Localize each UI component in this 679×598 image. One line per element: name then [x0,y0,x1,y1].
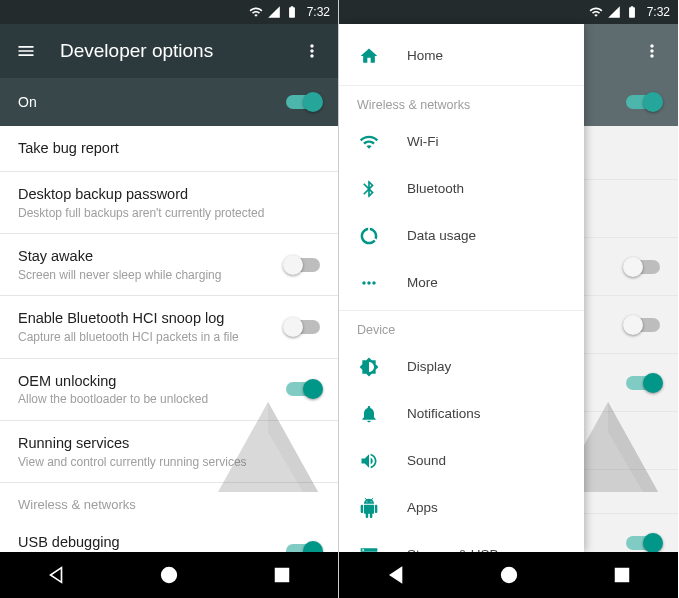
ghost-switch[interactable] [626,376,660,390]
drawer-item-display[interactable]: Display [339,343,584,390]
drawer-item-home[interactable]: Home [339,32,584,79]
switch-stay-awake[interactable] [286,258,320,272]
page-title: Developer options [60,40,302,62]
drawer-item-bluetooth[interactable]: Bluetooth [339,165,584,212]
switch-usb-debugging[interactable] [286,544,320,552]
nav-home-icon[interactable] [498,564,520,586]
drawer-item-notifications[interactable]: Notifications [339,390,584,437]
wifi-icon [589,5,603,19]
wifi-icon [249,5,263,19]
item-usb-debugging[interactable]: USB debugging Debug mode when USB is con… [0,520,338,552]
app-bar: Developer options [0,24,338,78]
more-horiz-icon [357,273,381,293]
master-switch-right[interactable] [626,95,660,109]
signal-icon [607,5,621,19]
navigation-drawer: Home Wireless & networks Wi-Fi Bluetooth… [339,24,584,552]
bell-icon [357,404,381,424]
status-bar: 7:32 [0,0,338,24]
hamburger-icon[interactable] [16,41,36,61]
overflow-icon[interactable] [642,41,662,61]
switch-bt-hci[interactable] [286,320,320,334]
ghost-switch[interactable] [626,318,660,332]
settings-list: Take bug report Desktop backup password … [0,126,338,552]
data-usage-icon [357,226,381,246]
nav-home-icon[interactable] [158,564,180,586]
signal-icon [267,5,281,19]
item-bt-hci-snoop[interactable]: Enable Bluetooth HCI snoop log Capture a… [0,296,338,358]
drawer-item-apps[interactable]: Apps [339,484,584,531]
phone-left: 7:32 Developer options On Take bug repor… [0,0,339,598]
svg-rect-3 [275,569,288,582]
bluetooth-icon [357,179,381,199]
drawer-section-device: Device [339,310,584,343]
master-toggle-label: On [18,94,286,110]
ghost-switch[interactable] [626,536,660,550]
drawer-item-data-usage[interactable]: Data usage [339,212,584,259]
item-running-services[interactable]: Running services View and control curren… [0,421,338,483]
ghost-switch[interactable] [626,260,660,274]
nav-back-icon[interactable] [45,564,67,586]
drawer-item-wifi[interactable]: Wi-Fi [339,118,584,165]
item-desktop-backup-password[interactable]: Desktop backup password Desktop full bac… [0,172,338,234]
wifi-icon [357,132,381,152]
drawer-section-wireless: Wireless & networks [339,85,584,118]
svg-point-2 [162,568,177,583]
item-oem-unlocking[interactable]: OEM unlocking Allow the bootloader to be… [0,359,338,421]
home-icon [357,46,381,66]
svg-rect-7 [615,569,628,582]
android-icon [357,498,381,518]
battery-icon [625,5,639,19]
navigation-bar [0,552,338,598]
status-time-right: 7:32 [647,5,670,19]
switch-oem[interactable] [286,382,320,396]
storage-icon [357,545,381,553]
item-take-bug-report[interactable]: Take bug report [0,126,338,172]
phone-right: 7:32 Home Wireless & networks [339,0,678,598]
nav-back-icon[interactable] [385,564,407,586]
nav-recent-icon[interactable] [611,564,633,586]
drawer-item-more[interactable]: More [339,259,584,306]
volume-icon [357,451,381,471]
drawer-item-storage[interactable]: Storage & USB [339,531,584,552]
status-bar-right: 7:32 [339,0,678,24]
overflow-icon[interactable] [302,41,322,61]
status-time: 7:32 [307,5,330,19]
battery-icon [285,5,299,19]
master-toggle-row[interactable]: On [0,78,338,126]
section-wireless: Wireless & networks [0,483,338,520]
nav-recent-icon[interactable] [271,564,293,586]
brightness-icon [357,357,381,377]
drawer-item-sound[interactable]: Sound [339,437,584,484]
svg-point-6 [501,568,516,583]
navigation-bar-right [339,552,678,598]
item-stay-awake[interactable]: Stay awake Screen will never sleep while… [0,234,338,296]
master-switch[interactable] [286,95,320,109]
